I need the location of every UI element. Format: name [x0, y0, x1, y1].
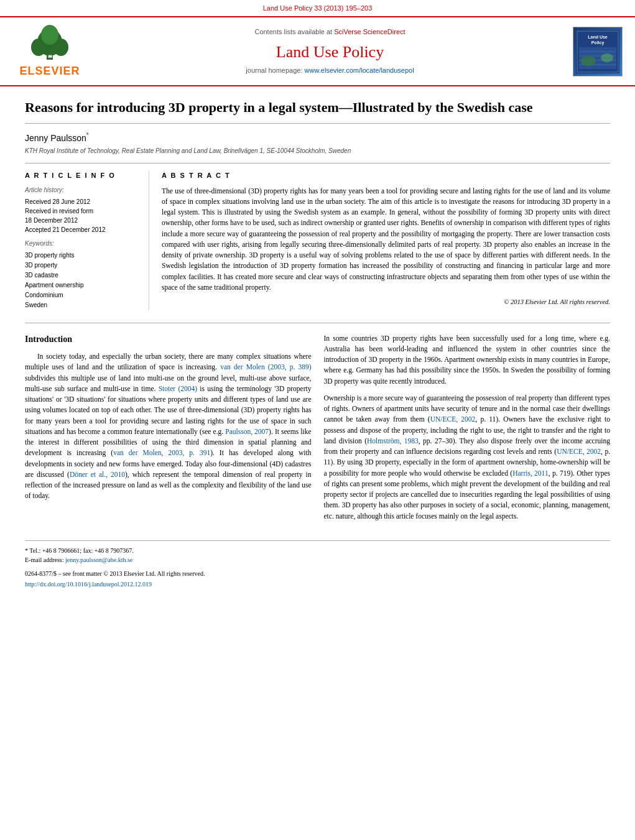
- elsevier-tree-icon: 📖: [25, 24, 75, 61]
- homepage-link[interactable]: www.elsevier.com/locate/landusepol: [305, 67, 414, 74]
- elsevier-logo: 📖 ELSEVIER: [12, 24, 87, 79]
- sciverse-prefix: Contents lists available at: [254, 28, 334, 35]
- affiliation: KTH Royal Institute of Technology, Real …: [25, 147, 610, 155]
- article-info-column: A R T I C L E I N F O Article history: R…: [25, 171, 149, 310]
- received-revised-date: 18 December 2012: [25, 216, 139, 225]
- journal-cover-image: Land Use Policy: [576, 30, 619, 73]
- holmstrom-link[interactable]: Holmström, 1983: [367, 437, 419, 445]
- header-section: 📖 ELSEVIER Contents lists available at S…: [0, 17, 635, 86]
- harris-link[interactable]: Harris, 2011: [512, 469, 549, 477]
- issn-text: 0264-8377/$ – see front matter © 2013 El…: [25, 570, 205, 578]
- article-meta-section: A R T I C L E I N F O Article history: R…: [25, 163, 610, 310]
- received-date: Received 28 June 2012: [25, 197, 139, 206]
- body-para-right-2: Ownership is a more secure way of guaran…: [324, 393, 611, 522]
- sciverse-link[interactable]: SciVerse ScienceDirect: [334, 28, 405, 35]
- keyword-2: 3D property: [25, 261, 139, 270]
- abstract-label: A B S T R A C T: [162, 171, 610, 180]
- footer-left: 0264-8377/$ – see front matter © 2013 El…: [25, 570, 205, 589]
- body-right-column: In some countries 3D property rights hav…: [324, 333, 611, 528]
- vandermolen-link-1[interactable]: van der Molen (2003, p. 389): [220, 363, 311, 371]
- tel-text: Tel.: +46 8 7906661; fax: +46 8 7907367.: [29, 547, 134, 554]
- elsevier-label: ELSEVIER: [19, 63, 80, 79]
- paulsson-link[interactable]: Paulsson, 2007: [225, 428, 269, 435]
- svg-text:Policy: Policy: [591, 40, 605, 45]
- keyword-5: Condominium: [25, 290, 139, 300]
- keyword-6: Sweden: [25, 300, 139, 310]
- email-link[interactable]: jenny.paulsson@abe.kth.se: [65, 556, 132, 563]
- received-revised-label: Received in revised form: [25, 206, 139, 216]
- footer-section: * Tel.: +46 8 7906661; fax: +46 8 790736…: [25, 540, 610, 589]
- main-content: Reasons for introducing 3D property in a…: [0, 86, 635, 602]
- svg-point-4: [41, 25, 58, 45]
- copyright-line: © 2013 Elsevier Ltd. All rights reserved…: [162, 298, 610, 307]
- top-bar: Land Use Policy 33 (2013) 195–203: [0, 0, 635, 17]
- body-para-right-1: In some countries 3D property rights hav…: [324, 333, 611, 387]
- author-text: Jenny Paulsson: [25, 133, 86, 143]
- author-name: Jenny Paulsson*: [25, 131, 610, 144]
- abstract-column: A B S T R A C T The use of three-dimensi…: [162, 171, 610, 310]
- abstract-text: The use of three-dimensional (3D) proper…: [162, 186, 610, 293]
- vandermolen-link-2[interactable]: van der Molen, 2003, p. 391: [113, 449, 210, 456]
- keyword-3: 3D cadastre: [25, 270, 139, 280]
- accepted-date: Accepted 21 December 2012: [25, 225, 139, 234]
- keyword-4: Apartment ownership: [25, 280, 139, 290]
- unece-link-2[interactable]: UN/ECE, 2002: [557, 448, 601, 455]
- keyword-1: 3D property rights: [25, 251, 139, 261]
- journal-ref: Land Use Policy 33 (2013) 195–203: [263, 4, 373, 12]
- footer-bottom: 0264-8377/$ – see front matter © 2013 El…: [25, 570, 610, 589]
- author-sup: *: [86, 132, 89, 139]
- journal-center: Contents lists available at SciVerse Sci…: [87, 27, 573, 75]
- svg-text:Land Use: Land Use: [588, 35, 608, 39]
- article-info-label: A R T I C L E I N F O: [25, 171, 139, 180]
- doi-link[interactable]: http://dx.doi.org/10.1016/j.landusepol.2…: [25, 581, 152, 588]
- keywords-list: 3D property rights 3D property 3D cadast…: [25, 251, 139, 310]
- intro-heading: Introduction: [25, 333, 312, 346]
- doner-link[interactable]: Döner et al., 2010: [70, 471, 125, 478]
- sciverse-line: Contents lists available at SciVerse Sci…: [87, 27, 573, 37]
- history-label: Article history:: [25, 186, 139, 195]
- keywords-label: Keywords:: [25, 239, 139, 248]
- body-section: Introduction In society today, and espec…: [25, 323, 610, 528]
- homepage-label: journal homepage:: [246, 67, 302, 74]
- article-title: Reasons for introducing 3D property in a…: [25, 99, 610, 124]
- svg-text:📖: 📖: [48, 54, 53, 59]
- journal-title: Land Use Policy: [87, 41, 573, 63]
- svg-point-15: [581, 56, 596, 66]
- body-para-1: In society today, and especially the urb…: [25, 351, 312, 502]
- journal-homepage: journal homepage: www.elsevier.com/locat…: [87, 66, 573, 75]
- svg-point-16: [601, 53, 613, 62]
- email-label: E-mail address:: [25, 556, 63, 563]
- journal-thumbnail: Land Use Policy: [573, 27, 623, 76]
- unece-link-1[interactable]: UN/ECE, 2002: [430, 415, 476, 423]
- footnote-1: * Tel.: +46 8 7906661; fax: +46 8 790736…: [25, 546, 610, 555]
- body-left-column: Introduction In society today, and espec…: [25, 333, 312, 528]
- stoter-link[interactable]: Stoter (2004): [159, 385, 197, 392]
- footnote-email: E-mail address: jenny.paulsson@abe.kth.s…: [25, 555, 610, 565]
